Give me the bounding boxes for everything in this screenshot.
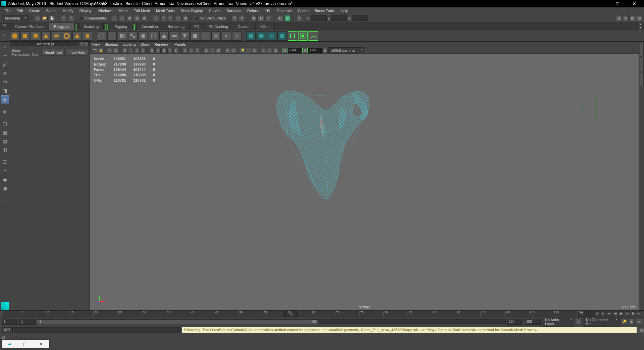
bevel-icon[interactable] [191,31,200,41]
snap-live-icon[interactable]: ◉ [182,15,189,21]
vp-select-camera-icon[interactable]: 📷 [92,48,97,53]
shelf-tab-xgen[interactable]: XGen [255,23,275,30]
menu-surfaces[interactable]: Surfaces [224,8,244,13]
soft-select-icon[interactable]: ◈ [1,107,9,116]
vp-gamma-toggle-icon[interactable]: ▣ [302,48,308,53]
anim-layer-dropdown[interactable]: No Anim Layer [542,317,574,327]
vp-flat-icon[interactable]: ○ [246,48,251,53]
range-slider[interactable]: 1 120 [37,319,506,324]
range-start-outer[interactable] [2,319,18,325]
panel-toggle-c-icon[interactable]: ▦ [629,15,635,21]
outliner-icon[interactable]: ☰ [1,158,9,166]
crease-icon[interactable] [309,31,318,41]
auto-key-icon[interactable]: 🔑 [621,319,627,325]
vp-lights-icon[interactable]: 💡 [240,48,245,53]
paint-select-tool-icon[interactable]: 🖌 [1,60,9,69]
insert-edge-icon[interactable] [201,31,210,41]
maximize-button[interactable]: □ [612,1,623,6]
target-weld-icon[interactable] [222,31,231,41]
close-button[interactable]: ✕ [629,1,639,6]
poly-sphere-icon[interactable] [10,31,19,41]
lasso-tool-icon[interactable]: 〰 [1,52,9,60]
vp-isolate-icon[interactable]: ◎ [182,48,188,53]
channel-box-toggle-icon[interactable] [640,43,644,56]
anim-prefs-icon[interactable]: ⛭ [636,319,642,325]
vp-gamma-icon[interactable]: γ [267,48,272,53]
character-set-dropdown[interactable]: No Character Set [583,317,620,327]
vp-wireframe-icon[interactable]: ▦ [149,48,155,53]
separate-icon[interactable] [128,31,138,41]
anim-layer-settings-icon[interactable]: ⛭ [576,319,582,325]
taskbar-restore-icon[interactable]: ▢ [23,341,28,347]
vp-aa-icon[interactable]: ▞ [216,48,221,53]
append-icon[interactable] [180,31,190,41]
menu-uv[interactable]: UV [263,8,273,13]
vp-xray-icon[interactable]: ◌ [189,48,194,53]
quad-draw-icon[interactable] [288,31,297,41]
extrude-icon[interactable] [159,31,169,41]
menu-edit-mesh[interactable]: Edit Mesh [131,8,153,13]
vp-ssao-icon[interactable]: ◓ [225,48,230,53]
set-key-icon[interactable]: ◆ [629,319,635,325]
shelf-scroll-up-icon[interactable]: ▴ [639,23,643,26]
extra-tool-icon[interactable]: · [1,196,9,204]
vp-exposure-icon[interactable]: ☀ [261,48,266,53]
reset-tool-button[interactable]: Reset Tool [41,49,65,56]
mel-toggle-button[interactable]: MEL [2,327,13,333]
transform-mode-icon[interactable]: ⊕ [296,15,302,21]
menu-edit[interactable]: Edit [14,8,26,13]
components-toggle[interactable]: Components [80,16,106,20]
vp-grid-icon[interactable]: ⊞ [122,48,127,53]
vp-shadows-icon[interactable]: ◐ [173,48,179,53]
vp-gamma-input[interactable] [308,48,322,53]
range-slider-handle[interactable]: 1 120 [37,320,318,324]
vp-menu-panels[interactable]: Panels [174,42,186,46]
snap-curve-icon[interactable]: 〰 [160,15,166,21]
select-edge-icon[interactable]: ／ [119,15,125,21]
merge-icon[interactable] [232,31,241,41]
modeling-toolkit-toggle-icon[interactable] [640,73,644,86]
undo-icon[interactable]: ↶ [61,15,67,21]
sculpt-icon[interactable] [246,31,256,41]
panel-toggle-b-icon[interactable]: ▤ [623,15,629,21]
sculpt-smooth-icon[interactable] [257,31,266,41]
tool-help-button[interactable]: Tool Help [67,49,88,56]
go-to-start-icon[interactable]: |◂ [594,311,600,317]
vp-image-plane-icon[interactable]: 🖼 [113,48,118,53]
menu-curves[interactable]: Curves [206,8,223,13]
range-end-outer[interactable] [525,319,541,325]
select-tool-icon[interactable]: ↖ [1,43,9,51]
vp-viewtransform-icon[interactable]: ▦ [273,48,278,53]
vp-gate-mask-icon[interactable]: ◫ [140,48,146,53]
construction-history-icon[interactable]: ⚙ [239,15,245,21]
poly-pipe-icon[interactable] [83,31,92,41]
svg-icon[interactable] [107,31,117,41]
script-editor-icon[interactable]: ▤ [638,327,644,333]
step-back-icon[interactable]: ◂ [606,311,612,317]
viewport[interactable]: Verts:1088511088510Edges:2172982172980Fa… [90,54,639,310]
shelf-tab-curves[interactable]: Curves / Surfaces [10,23,49,30]
make-live-icon[interactable] [298,31,308,41]
poly-torus-icon[interactable] [62,31,71,41]
color-mgmt-dropdown[interactable]: sRGB gamma [328,47,365,53]
x-input[interactable] [311,15,327,21]
vp-xray-joints-icon[interactable]: ⊗ [195,48,200,53]
menu-create[interactable]: Create [26,8,43,13]
new-scene-icon[interactable]: ▢ [34,15,40,21]
panel-undock-icon[interactable]: ▫ [79,42,84,46]
z-input[interactable] [352,15,368,21]
vp-use-lights-icon[interactable]: ☀ [167,48,173,53]
menu-mesh-display[interactable]: Mesh Display [178,8,206,13]
shelf-tab-custom[interactable]: Custom [233,23,256,30]
step-back-key-icon[interactable]: ◂| [600,311,606,317]
vp-menu-lighting[interactable]: Lighting [123,42,136,46]
poly-plane-icon[interactable] [52,31,61,41]
vp-twosided-icon[interactable]: ◉ [252,48,257,53]
vp-menu-show[interactable]: Show [141,42,150,46]
shelf-tab-fxcaching[interactable]: FX Caching [204,23,233,30]
snap-grid-icon[interactable]: ⊞ [153,15,159,21]
menu-mesh[interactable]: Mesh [116,8,130,13]
menu-bonus-tools[interactable]: Bonus Tools [312,8,337,13]
symmetry-toggle-icon[interactable]: ◐ [284,15,290,21]
move-tool-icon[interactable]: ✥ [1,69,9,77]
